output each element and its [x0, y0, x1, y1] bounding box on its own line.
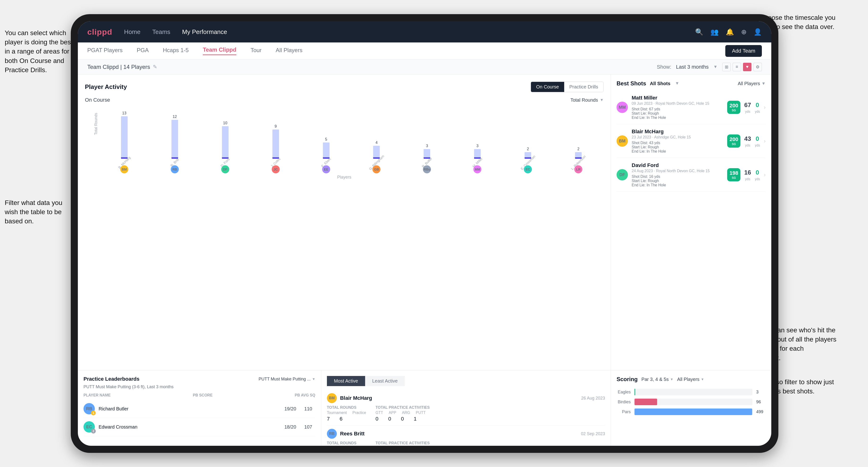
scoring-header: Scoring Par 3, 4 & 5s ▼ All Players ▼ — [617, 376, 766, 382]
team-name: Team Clippd | 14 Players — [87, 64, 150, 70]
annotation-player-select: You can select which player is doing the… — [5, 28, 73, 74]
sub-nav-team-clippd[interactable]: Team Clippd — [203, 46, 236, 55]
bar-value-3: 10 — [223, 121, 227, 125]
users-icon[interactable]: 👥 — [710, 28, 719, 36]
chevron-down-icon[interactable]: ▼ — [600, 98, 603, 102]
practice-activities-group-2: Total Practice Activities GTT APP ARG PU… — [375, 441, 430, 446]
shot-badge-number-1: 200 — [730, 102, 738, 109]
shot-details-2: Shot Dist: 43 yds Start Lie: Rough End L… — [632, 141, 723, 154]
toggle-on-course[interactable]: On Course — [531, 82, 564, 92]
bar-5 — [323, 143, 330, 159]
sub-nav-pgat[interactable]: PGAT Players — [87, 47, 123, 55]
lb-avg-2: 107 — [301, 424, 315, 430]
chevron-down-icon[interactable]: ▼ — [762, 81, 766, 86]
shots-tab-all[interactable]: All Shots — [650, 81, 670, 86]
tournament-label-1: Tournament — [327, 411, 347, 415]
grid-icon[interactable]: ⊞ — [722, 63, 731, 71]
scoring-title: Scoring — [617, 376, 638, 382]
sub-nav-tour[interactable]: Tour — [250, 47, 261, 55]
active-player-info-2: RB Rees Britt — [327, 429, 365, 439]
toggle-practice-drills[interactable]: Practice Drills — [564, 82, 603, 92]
active-player-info-1: BM Blair McHarg — [327, 393, 372, 403]
nav-link-my-performance[interactable]: My Performance — [182, 28, 227, 36]
practice-value-1: 6 — [340, 416, 347, 422]
settings-icon[interactable]: ⚙ — [753, 63, 762, 71]
team-header-right: Show: Last 3 months ▼ ⊞ ≡ ♥ ⚙ — [657, 63, 762, 71]
chevron-down-icon[interactable]: ▼ — [713, 64, 717, 69]
birdies-bar-outer — [634, 399, 752, 405]
bar-4 — [272, 129, 279, 159]
lb-avg-1: 110 — [301, 406, 315, 412]
practice-activities-label-1: Total Practice Activities — [375, 405, 430, 410]
bar-group-9: 2 — [503, 147, 553, 159]
lb-col-name: PLAYER NAME — [84, 393, 111, 398]
pars-count: 499 — [756, 409, 766, 414]
shot-player-meta-3: 24 Aug 2023 · Royal North Devon GC, Hole… — [632, 169, 723, 173]
active-avatar-1: BM — [327, 393, 337, 403]
practice-values-1: 0 0 0 1 — [375, 416, 430, 422]
shot-player-meta-2: 23 Jul 2023 · Ashridge GC, Hole 15 — [632, 135, 723, 139]
tablet-device: clippd Home Teams My Performance 🔍 👥 🔔 ⊕… — [71, 14, 778, 453]
shot-player-info-2: Blair McHarg 23 Jul 2023 · Ashridge GC, … — [632, 129, 723, 154]
bar-value-8: 3 — [476, 144, 478, 148]
right-panel: Best Shots All Shots ▼ All Players ▼ — [611, 74, 771, 446]
shot-player-name-2: Blair McHarg — [632, 129, 723, 135]
tab-most-active[interactable]: Most Active — [327, 376, 365, 386]
shot-card-1: MM Matt Miller 09 Jun 2023 · Royal North… — [617, 91, 766, 124]
search-icon[interactable]: 🔍 — [695, 28, 703, 36]
total-rounds-dropdown[interactable]: Total Rounds — [570, 97, 598, 103]
leaderboard-dropdown[interactable]: PUTT Must Make Putting ... ▼ — [258, 377, 315, 382]
lb-col-score: PB SCORE — [193, 393, 213, 398]
shot-player-name-3: David Ford — [632, 162, 723, 168]
bar-chart-players: B. McHarg BM R. Britt RB D. Ford DF — [85, 161, 603, 173]
nav-link-home[interactable]: Home — [124, 28, 140, 36]
heart-icon[interactable]: ♥ — [743, 63, 751, 71]
bell-icon[interactable]: 🔔 — [726, 28, 734, 36]
player-label-9: E. Crossman EC — [503, 161, 553, 173]
leaderboard-subtitle: PUTT Must Make Putting (3-6 ft), Last 3 … — [84, 384, 315, 390]
nav-link-teams[interactable]: Teams — [152, 28, 170, 36]
chevron-down-icon[interactable]: ▼ — [701, 377, 704, 381]
player-activity-title: Player Activity — [85, 83, 127, 91]
chevron-down-icon[interactable]: ▼ — [312, 377, 315, 381]
chevron-right-icon-1[interactable]: › — [764, 104, 766, 111]
scoring-bar-birdies: Birdies 96 — [617, 399, 766, 405]
time-period-select[interactable]: Last 3 months — [676, 64, 709, 70]
chevron-down-icon[interactable]: ▼ — [675, 81, 679, 86]
chevron-right-icon-3[interactable]: › — [764, 172, 766, 178]
profile-icon[interactable]: 👤 — [753, 28, 762, 36]
scoring-dropdown-2[interactable]: All Players ▼ — [677, 377, 704, 382]
list-icon[interactable]: ≡ — [733, 63, 741, 71]
sub-nav-hcaps[interactable]: Hcaps 1-5 — [163, 47, 189, 55]
on-course-label: On Course — [85, 97, 110, 103]
bar-group-6: 4 — [351, 141, 402, 159]
all-players-label: All Players — [738, 81, 760, 86]
eagles-count: 3 — [756, 390, 766, 395]
chevron-down-icon[interactable]: ▼ — [670, 377, 673, 381]
toggle-buttons: On Course Practice Drills — [531, 82, 603, 92]
shot-stat-1b: 0 yds — [755, 101, 760, 114]
sub-nav-pga[interactable]: PGA — [137, 47, 149, 55]
edit-icon[interactable]: ✎ — [153, 64, 157, 70]
lb-name-1: Richard Butler — [99, 406, 280, 412]
player-label-5: E. Ebert EE — [301, 161, 351, 173]
arg-value-1: 0 — [401, 416, 408, 422]
rounds-sublabels-1: Tournament Practice — [327, 411, 366, 415]
bar-value-2: 12 — [173, 115, 177, 119]
active-player-name-2: Rees Britt — [340, 431, 365, 437]
active-date-2: 02 Sep 2023 — [581, 431, 605, 436]
tab-least-active[interactable]: Least Active — [365, 376, 405, 386]
chevron-right-icon-2[interactable]: › — [764, 138, 766, 144]
sub-nav-all-players[interactable]: All Players — [276, 47, 302, 55]
shot-avatar-2: BM — [617, 135, 628, 147]
pars-bar-outer — [634, 408, 752, 415]
add-team-button[interactable]: Add Team — [725, 45, 762, 57]
scoring-dropdown-1[interactable]: Par 3, 4 & 5s ▼ — [641, 377, 673, 382]
bar-value-1: 13 — [122, 111, 126, 115]
app-label-1: APP — [389, 411, 396, 415]
total-rounds-label-1: Total Rounds — [327, 405, 366, 410]
add-circle-icon[interactable]: ⊕ — [741, 28, 747, 36]
player-label-7: R. Butler RBu — [402, 161, 452, 173]
scoring-dropdown-label-1: Par 3, 4 & 5s — [641, 377, 669, 382]
all-players-dropdown[interactable]: All Players ▼ — [738, 81, 766, 86]
